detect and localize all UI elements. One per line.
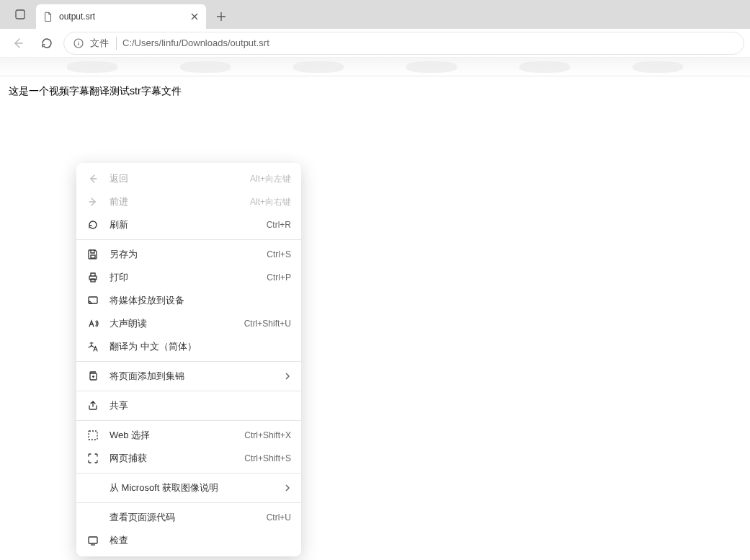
share-icon	[86, 399, 99, 412]
refresh-button[interactable]	[35, 31, 59, 55]
context-menu: 返回 Alt+向左键 前进 Alt+向右键 刷新 Ctrl+R 另存为 Ctrl…	[76, 163, 301, 556]
blank-icon	[86, 481, 99, 494]
file-icon	[43, 12, 53, 22]
menu-add-to-collections[interactable]: 将页面添加到集锦	[76, 365, 301, 388]
menu-translate[interactable]: 翻译为 中文（简体）	[76, 335, 301, 358]
print-icon	[86, 271, 99, 284]
read-aloud-icon	[86, 317, 99, 330]
address-type-label: 文件	[90, 37, 117, 50]
subtitle-text: 这是一个视频字幕翻译测试str字幕文件	[9, 85, 182, 97]
page-content: 这是一个视频字幕翻译测试str字幕文件	[0, 76, 750, 107]
inspect-icon	[86, 534, 99, 547]
capture-icon	[86, 452, 99, 465]
toolbar: 文件 C:/Users/linfu/Downloads/output.srt	[0, 29, 750, 58]
web-select-icon	[86, 429, 99, 442]
svg-rect-2	[91, 255, 95, 258]
menu-refresh[interactable]: 刷新 Ctrl+R	[76, 213, 301, 236]
menu-view-source[interactable]: 查看页面源代码 Ctrl+U	[76, 506, 301, 529]
menu-divider	[76, 420, 301, 421]
collections-icon	[86, 370, 99, 383]
translate-icon	[86, 340, 99, 353]
menu-divider	[76, 361, 301, 362]
svg-rect-7	[89, 431, 97, 440]
tab-title: output.srt	[59, 12, 184, 22]
back-button[interactable]	[6, 31, 30, 55]
chevron-right-icon	[284, 484, 291, 492]
menu-back[interactable]: 返回 Alt+向左键	[76, 167, 301, 190]
menu-cast[interactable]: 将媒体投放到设备	[76, 289, 301, 312]
new-tab-button[interactable]	[209, 4, 233, 29]
address-path: C:/Users/linfu/Downloads/output.srt	[122, 37, 735, 48]
menu-web-capture[interactable]: 网页捕获 Ctrl+Shift+S	[76, 447, 301, 470]
menu-divider	[76, 473, 301, 474]
menu-inspect[interactable]: 检查	[76, 529, 301, 552]
chevron-right-icon	[284, 373, 291, 380]
menu-save-as[interactable]: 另存为 Ctrl+S	[76, 243, 301, 266]
tab-output-srt[interactable]: output.srt	[36, 4, 206, 29]
menu-divider	[76, 239, 301, 240]
arrow-left-icon	[86, 172, 99, 185]
menu-divider	[76, 502, 301, 503]
info-icon[interactable]	[73, 37, 84, 49]
menu-read-aloud[interactable]: 大声朗读 Ctrl+Shift+U	[76, 312, 301, 335]
svg-rect-5	[89, 297, 97, 303]
svg-rect-0	[16, 10, 24, 19]
cast-icon	[86, 294, 99, 307]
blank-icon	[86, 511, 99, 524]
svg-rect-8	[89, 537, 97, 543]
svg-rect-4	[91, 279, 95, 282]
close-tab-button[interactable]	[190, 12, 199, 21]
menu-web-select[interactable]: Web 选择 Ctrl+Shift+X	[76, 424, 301, 447]
favorites-strip	[0, 58, 750, 76]
tab-overview-button[interactable]	[6, 0, 35, 29]
address-bar[interactable]: 文件 C:/Users/linfu/Downloads/output.srt	[63, 32, 744, 55]
menu-divider	[76, 391, 301, 391]
menu-forward[interactable]: 前进 Alt+向右键	[76, 190, 301, 213]
arrow-right-icon	[86, 195, 99, 208]
titlebar: output.srt	[0, 0, 750, 29]
refresh-icon	[86, 218, 99, 231]
menu-share[interactable]: 共享	[76, 394, 301, 417]
save-icon	[86, 248, 99, 261]
menu-print[interactable]: 打印 Ctrl+P	[76, 266, 301, 289]
menu-ms-image-description[interactable]: 从 Microsoft 获取图像说明	[76, 476, 301, 499]
